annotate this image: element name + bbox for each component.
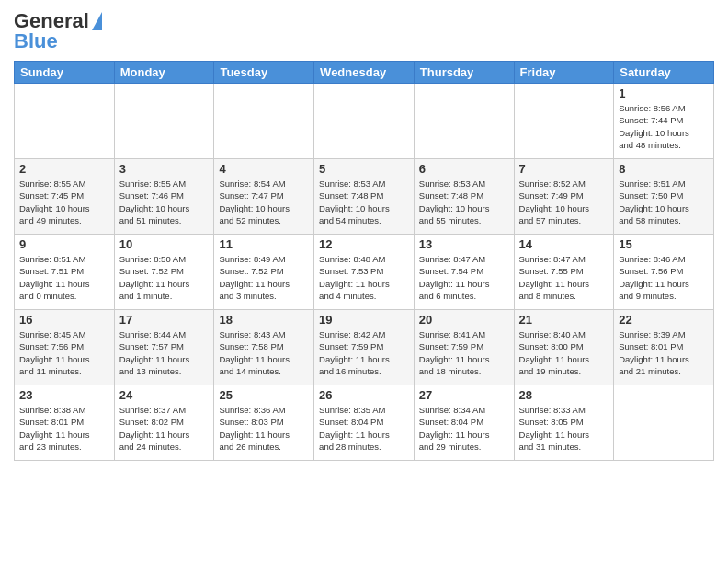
- weekday-monday: Monday: [114, 62, 214, 84]
- calendar-cell: 18Sunrise: 8:43 AM Sunset: 7:58 PM Dayli…: [214, 310, 314, 385]
- day-info: Sunrise: 8:56 AM Sunset: 7:44 PM Dayligh…: [619, 102, 709, 151]
- day-number: 16: [19, 313, 109, 327]
- logo: General Blue: [14, 9, 102, 53]
- day-number: 26: [319, 388, 409, 402]
- day-number: 17: [119, 313, 210, 327]
- logo-blue: Blue: [14, 29, 58, 53]
- calendar-cell: 9Sunrise: 8:51 AM Sunset: 7:51 PM Daylig…: [15, 235, 115, 310]
- calendar-cell: 19Sunrise: 8:42 AM Sunset: 7:59 PM Dayli…: [314, 310, 415, 385]
- day-info: Sunrise: 8:47 AM Sunset: 7:55 PM Dayligh…: [519, 253, 609, 302]
- calendar-cell: [114, 84, 214, 159]
- day-info: Sunrise: 8:43 AM Sunset: 7:58 PM Dayligh…: [219, 328, 309, 377]
- day-info: Sunrise: 8:33 AM Sunset: 8:05 PM Dayligh…: [519, 404, 609, 453]
- calendar-cell: 25Sunrise: 8:36 AM Sunset: 8:03 PM Dayli…: [214, 385, 314, 461]
- calendar-cell: 2Sunrise: 8:55 AM Sunset: 7:45 PM Daylig…: [15, 159, 115, 235]
- day-number: 22: [619, 313, 709, 327]
- weekday-header-row: SundayMondayTuesdayWednesdayThursdayFrid…: [15, 62, 714, 84]
- day-info: Sunrise: 8:55 AM Sunset: 7:46 PM Dayligh…: [119, 178, 210, 226]
- day-number: 4: [219, 162, 309, 176]
- calendar-cell: 22Sunrise: 8:39 AM Sunset: 8:01 PM Dayli…: [614, 310, 714, 385]
- day-info: Sunrise: 8:45 AM Sunset: 7:56 PM Dayligh…: [19, 328, 109, 377]
- calendar-cell: 26Sunrise: 8:35 AM Sunset: 8:04 PM Dayli…: [314, 385, 415, 461]
- day-number: 7: [519, 162, 609, 176]
- week-row-2: 9Sunrise: 8:51 AM Sunset: 7:51 PM Daylig…: [15, 235, 714, 310]
- day-number: 24: [119, 388, 210, 402]
- weekday-wednesday: Wednesday: [314, 62, 415, 84]
- day-number: 2: [19, 162, 109, 176]
- calendar-cell: [15, 84, 115, 159]
- day-info: Sunrise: 8:50 AM Sunset: 7:52 PM Dayligh…: [119, 253, 210, 302]
- day-info: Sunrise: 8:47 AM Sunset: 7:54 PM Dayligh…: [419, 253, 509, 302]
- calendar-cell: [614, 385, 714, 461]
- week-row-4: 23Sunrise: 8:38 AM Sunset: 8:01 PM Dayli…: [15, 385, 714, 461]
- day-info: Sunrise: 8:42 AM Sunset: 7:59 PM Dayligh…: [319, 328, 409, 377]
- weekday-thursday: Thursday: [414, 62, 514, 84]
- day-number: 21: [519, 313, 609, 327]
- day-info: Sunrise: 8:37 AM Sunset: 8:02 PM Dayligh…: [119, 404, 210, 453]
- day-info: Sunrise: 8:35 AM Sunset: 8:04 PM Dayligh…: [319, 404, 409, 453]
- day-info: Sunrise: 8:53 AM Sunset: 7:48 PM Dayligh…: [319, 178, 409, 226]
- calendar-cell: 5Sunrise: 8:53 AM Sunset: 7:48 PM Daylig…: [314, 159, 415, 235]
- day-number: 27: [419, 388, 509, 402]
- calendar-cell: 17Sunrise: 8:44 AM Sunset: 7:57 PM Dayli…: [114, 310, 214, 385]
- day-number: 10: [119, 237, 210, 251]
- weekday-friday: Friday: [514, 62, 614, 84]
- day-info: Sunrise: 8:51 AM Sunset: 7:51 PM Dayligh…: [19, 253, 109, 302]
- day-number: 20: [419, 313, 509, 327]
- day-info: Sunrise: 8:38 AM Sunset: 8:01 PM Dayligh…: [19, 404, 109, 453]
- day-number: 25: [219, 388, 309, 402]
- day-number: 11: [219, 237, 309, 251]
- calendar-cell: 20Sunrise: 8:41 AM Sunset: 7:59 PM Dayli…: [414, 310, 514, 385]
- day-number: 15: [619, 237, 709, 251]
- calendar-cell: 15Sunrise: 8:46 AM Sunset: 7:56 PM Dayli…: [614, 235, 714, 310]
- weekday-sunday: Sunday: [15, 62, 115, 84]
- calendar-cell: 7Sunrise: 8:52 AM Sunset: 7:49 PM Daylig…: [514, 159, 614, 235]
- header: General Blue: [14, 9, 714, 53]
- day-info: Sunrise: 8:41 AM Sunset: 7:59 PM Dayligh…: [419, 328, 509, 377]
- day-number: 9: [19, 237, 109, 251]
- day-number: 13: [419, 237, 509, 251]
- day-info: Sunrise: 8:51 AM Sunset: 7:50 PM Dayligh…: [619, 178, 709, 226]
- calendar-cell: 4Sunrise: 8:54 AM Sunset: 7:47 PM Daylig…: [214, 159, 314, 235]
- week-row-1: 2Sunrise: 8:55 AM Sunset: 7:45 PM Daylig…: [15, 159, 714, 235]
- calendar-cell: [414, 84, 514, 159]
- day-info: Sunrise: 8:55 AM Sunset: 7:45 PM Dayligh…: [19, 178, 109, 226]
- week-row-0: 1Sunrise: 8:56 AM Sunset: 7:44 PM Daylig…: [15, 84, 714, 159]
- calendar-cell: 27Sunrise: 8:34 AM Sunset: 8:04 PM Dayli…: [414, 385, 514, 461]
- weekday-tuesday: Tuesday: [214, 62, 314, 84]
- calendar-cell: 21Sunrise: 8:40 AM Sunset: 8:00 PM Dayli…: [514, 310, 614, 385]
- day-number: 28: [519, 388, 609, 402]
- calendar-cell: 13Sunrise: 8:47 AM Sunset: 7:54 PM Dayli…: [414, 235, 514, 310]
- calendar-cell: 1Sunrise: 8:56 AM Sunset: 7:44 PM Daylig…: [614, 84, 714, 159]
- day-info: Sunrise: 8:49 AM Sunset: 7:52 PM Dayligh…: [219, 253, 309, 302]
- calendar: SundayMondayTuesdayWednesdayThursdayFrid…: [14, 61, 714, 461]
- day-info: Sunrise: 8:46 AM Sunset: 7:56 PM Dayligh…: [619, 253, 709, 302]
- logo-triangle-icon: [92, 12, 102, 30]
- day-info: Sunrise: 8:54 AM Sunset: 7:47 PM Dayligh…: [219, 178, 309, 226]
- day-info: Sunrise: 8:36 AM Sunset: 8:03 PM Dayligh…: [219, 404, 309, 453]
- calendar-cell: [514, 84, 614, 159]
- calendar-cell: 12Sunrise: 8:48 AM Sunset: 7:53 PM Dayli…: [314, 235, 415, 310]
- calendar-cell: 28Sunrise: 8:33 AM Sunset: 8:05 PM Dayli…: [514, 385, 614, 461]
- calendar-cell: 6Sunrise: 8:53 AM Sunset: 7:48 PM Daylig…: [414, 159, 514, 235]
- day-number: 18: [219, 313, 309, 327]
- day-number: 1: [619, 86, 709, 100]
- weekday-saturday: Saturday: [614, 62, 714, 84]
- day-info: Sunrise: 8:52 AM Sunset: 7:49 PM Dayligh…: [519, 178, 609, 226]
- day-info: Sunrise: 8:39 AM Sunset: 8:01 PM Dayligh…: [619, 328, 709, 377]
- calendar-cell: 16Sunrise: 8:45 AM Sunset: 7:56 PM Dayli…: [15, 310, 115, 385]
- calendar-cell: 8Sunrise: 8:51 AM Sunset: 7:50 PM Daylig…: [614, 159, 714, 235]
- day-number: 5: [319, 162, 409, 176]
- day-number: 12: [319, 237, 409, 251]
- calendar-cell: 14Sunrise: 8:47 AM Sunset: 7:55 PM Dayli…: [514, 235, 614, 310]
- day-number: 14: [519, 237, 609, 251]
- page: General Blue SundayMondayTuesdayWednesda…: [0, 0, 728, 563]
- day-info: Sunrise: 8:44 AM Sunset: 7:57 PM Dayligh…: [119, 328, 210, 377]
- day-info: Sunrise: 8:48 AM Sunset: 7:53 PM Dayligh…: [319, 253, 409, 302]
- day-number: 23: [19, 388, 109, 402]
- calendar-cell: [214, 84, 314, 159]
- week-row-3: 16Sunrise: 8:45 AM Sunset: 7:56 PM Dayli…: [15, 310, 714, 385]
- day-number: 3: [119, 162, 210, 176]
- calendar-cell: 24Sunrise: 8:37 AM Sunset: 8:02 PM Dayli…: [114, 385, 214, 461]
- calendar-cell: 10Sunrise: 8:50 AM Sunset: 7:52 PM Dayli…: [114, 235, 214, 310]
